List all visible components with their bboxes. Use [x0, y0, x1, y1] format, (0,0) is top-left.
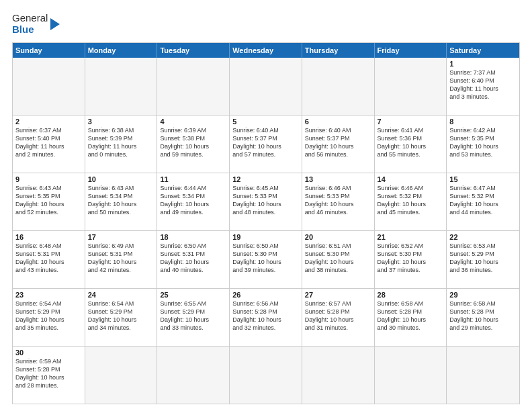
empty-cell-5-4 [302, 347, 375, 404]
calendar-row-2: 9Sunrise: 6:43 AM Sunset: 5:35 PM Daylig… [13, 173, 519, 230]
empty-cell-0-2 [157, 58, 230, 115]
day-info: Sunrise: 6:47 AM Sunset: 5:32 PM Dayligh… [449, 184, 517, 217]
day-info: Sunrise: 6:45 AM Sunset: 5:33 PM Dayligh… [232, 184, 299, 217]
header-day-thursday: Thursday [302, 43, 375, 58]
day-info: Sunrise: 6:46 AM Sunset: 5:32 PM Dayligh… [378, 184, 444, 217]
day-info: Sunrise: 6:50 AM Sunset: 5:31 PM Dayligh… [160, 242, 226, 275]
day-info: Sunrise: 6:50 AM Sunset: 5:30 PM Dayligh… [232, 242, 299, 275]
day-info: Sunrise: 6:41 AM Sunset: 5:36 PM Dayligh… [378, 126, 444, 159]
calendar-row-0: 1Sunrise: 7:37 AM Sunset: 6:40 PM Daylig… [13, 58, 519, 115]
day-number: 8 [449, 118, 517, 126]
day-number: 21 [378, 233, 444, 241]
day-number: 15 [449, 175, 517, 183]
calendar-body: 1Sunrise: 7:37 AM Sunset: 6:40 PM Daylig… [13, 58, 519, 404]
day-cell-21: 21Sunrise: 6:52 AM Sunset: 5:30 PM Dayli… [375, 231, 447, 288]
day-cell-15: 15Sunrise: 6:47 AM Sunset: 5:32 PM Dayli… [447, 173, 519, 230]
day-info: Sunrise: 6:40 AM Sunset: 5:37 PM Dayligh… [232, 126, 299, 159]
day-number: 11 [160, 175, 226, 183]
day-cell-30: 30Sunrise: 6:59 AM Sunset: 5:28 PM Dayli… [13, 347, 85, 404]
day-info: Sunrise: 6:57 AM Sunset: 5:28 PM Dayligh… [305, 300, 371, 332]
day-info: Sunrise: 6:46 AM Sunset: 5:33 PM Dayligh… [305, 184, 371, 217]
day-cell-13: 13Sunrise: 6:46 AM Sunset: 5:33 PM Dayli… [302, 173, 375, 230]
empty-cell-5-6 [447, 347, 519, 404]
day-cell-4: 4Sunrise: 6:39 AM Sunset: 5:38 PM Daylig… [157, 116, 230, 173]
day-number: 19 [232, 233, 299, 241]
day-info: Sunrise: 6:52 AM Sunset: 5:30 PM Dayligh… [378, 242, 444, 275]
day-info: Sunrise: 6:42 AM Sunset: 5:35 PM Dayligh… [449, 126, 517, 159]
day-number: 7 [378, 118, 444, 126]
day-cell-11: 11Sunrise: 6:44 AM Sunset: 5:34 PM Dayli… [157, 173, 230, 230]
day-info: Sunrise: 6:48 AM Sunset: 5:31 PM Dayligh… [15, 242, 82, 275]
day-cell-23: 23Sunrise: 6:54 AM Sunset: 5:29 PM Dayli… [13, 289, 85, 346]
day-number: 1 [449, 60, 517, 68]
day-cell-10: 10Sunrise: 6:43 AM Sunset: 5:34 PM Dayli… [85, 173, 158, 230]
header-day-saturday: Saturday [447, 43, 519, 58]
day-cell-22: 22Sunrise: 6:53 AM Sunset: 5:29 PM Dayli… [447, 231, 519, 288]
day-info: Sunrise: 6:55 AM Sunset: 5:29 PM Dayligh… [160, 300, 226, 332]
day-cell-16: 16Sunrise: 6:48 AM Sunset: 5:31 PM Dayli… [13, 231, 85, 288]
day-cell-1: 1Sunrise: 7:37 AM Sunset: 6:40 PM Daylig… [447, 58, 519, 115]
calendar-header: SundayMondayTuesdayWednesdayThursdayFrid… [13, 43, 519, 58]
empty-cell-0-5 [375, 58, 447, 115]
day-number: 29 [449, 291, 517, 299]
header-day-monday: Monday [85, 43, 158, 58]
calendar-row-5: 30Sunrise: 6:59 AM Sunset: 5:28 PM Dayli… [13, 346, 519, 404]
day-info: Sunrise: 6:37 AM Sunset: 5:40 PM Dayligh… [15, 126, 82, 159]
calendar: SundayMondayTuesdayWednesdayThursdayFrid… [12, 42, 520, 405]
calendar-row-3: 16Sunrise: 6:48 AM Sunset: 5:31 PM Dayli… [13, 230, 519, 288]
day-cell-27: 27Sunrise: 6:57 AM Sunset: 5:28 PM Dayli… [302, 289, 375, 346]
empty-cell-0-3 [230, 58, 302, 115]
header-day-wednesday: Wednesday [230, 43, 302, 58]
empty-cell-5-1 [85, 347, 158, 404]
day-info: Sunrise: 6:44 AM Sunset: 5:34 PM Dayligh… [160, 184, 226, 217]
logo-general: General [12, 12, 48, 24]
day-number: 6 [305, 118, 371, 126]
header-day-friday: Friday [375, 43, 447, 58]
day-info: Sunrise: 6:58 AM Sunset: 5:28 PM Dayligh… [378, 300, 444, 332]
day-number: 27 [305, 291, 371, 299]
day-info: Sunrise: 6:38 AM Sunset: 5:39 PM Dayligh… [88, 126, 154, 159]
day-number: 9 [15, 175, 82, 183]
day-number: 16 [15, 233, 82, 241]
day-cell-26: 26Sunrise: 6:56 AM Sunset: 5:28 PM Dayli… [230, 289, 302, 346]
empty-cell-0-0 [13, 58, 85, 115]
day-info: Sunrise: 7:37 AM Sunset: 6:40 PM Dayligh… [449, 68, 517, 101]
empty-cell-5-2 [157, 347, 230, 404]
day-number: 17 [88, 233, 154, 241]
day-number: 22 [449, 233, 517, 241]
day-cell-14: 14Sunrise: 6:46 AM Sunset: 5:32 PM Dayli… [375, 173, 447, 230]
day-info: Sunrise: 6:43 AM Sunset: 5:34 PM Dayligh… [88, 184, 154, 217]
day-number: 14 [378, 175, 444, 183]
logo: General Blue [12, 12, 60, 36]
day-cell-19: 19Sunrise: 6:50 AM Sunset: 5:30 PM Dayli… [230, 231, 302, 288]
day-cell-29: 29Sunrise: 6:58 AM Sunset: 5:28 PM Dayli… [447, 289, 519, 346]
day-number: 10 [88, 175, 154, 183]
day-number: 5 [232, 118, 299, 126]
day-info: Sunrise: 6:54 AM Sunset: 5:29 PM Dayligh… [15, 300, 82, 332]
day-cell-6: 6Sunrise: 6:40 AM Sunset: 5:37 PM Daylig… [302, 116, 375, 173]
day-info: Sunrise: 6:59 AM Sunset: 5:28 PM Dayligh… [15, 357, 82, 390]
day-number: 3 [88, 118, 154, 126]
day-info: Sunrise: 6:53 AM Sunset: 5:29 PM Dayligh… [449, 242, 517, 275]
day-info: Sunrise: 6:51 AM Sunset: 5:30 PM Dayligh… [305, 242, 371, 275]
day-number: 28 [378, 291, 444, 299]
day-cell-17: 17Sunrise: 6:49 AM Sunset: 5:31 PM Dayli… [85, 231, 158, 288]
day-number: 12 [232, 175, 299, 183]
day-info: Sunrise: 6:49 AM Sunset: 5:31 PM Dayligh… [88, 242, 154, 275]
day-number: 23 [15, 291, 82, 299]
empty-cell-5-5 [375, 347, 447, 404]
day-cell-24: 24Sunrise: 6:54 AM Sunset: 5:29 PM Dayli… [85, 289, 158, 346]
empty-cell-5-3 [230, 347, 302, 404]
day-info: Sunrise: 6:39 AM Sunset: 5:38 PM Dayligh… [160, 126, 226, 159]
page: General Blue SundayMondayTuesdayWednesda… [0, 0, 532, 411]
day-cell-28: 28Sunrise: 6:58 AM Sunset: 5:28 PM Dayli… [375, 289, 447, 346]
day-cell-12: 12Sunrise: 6:45 AM Sunset: 5:33 PM Dayli… [230, 173, 302, 230]
day-number: 2 [15, 118, 82, 126]
day-cell-7: 7Sunrise: 6:41 AM Sunset: 5:36 PM Daylig… [375, 116, 447, 173]
day-info: Sunrise: 6:56 AM Sunset: 5:28 PM Dayligh… [232, 300, 299, 332]
calendar-row-1: 2Sunrise: 6:37 AM Sunset: 5:40 PM Daylig… [13, 115, 519, 173]
day-cell-18: 18Sunrise: 6:50 AM Sunset: 5:31 PM Dayli… [157, 231, 230, 288]
logo-icon [50, 18, 60, 30]
day-info: Sunrise: 6:58 AM Sunset: 5:28 PM Dayligh… [449, 300, 517, 332]
empty-cell-0-1 [85, 58, 158, 115]
